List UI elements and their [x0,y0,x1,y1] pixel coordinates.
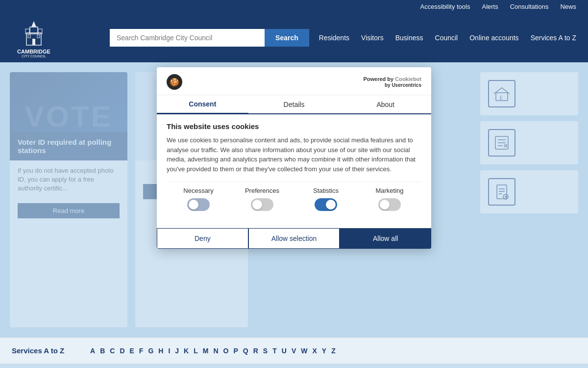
alphabet-link-t[interactable]: T [272,347,277,355]
alphabet-link-x[interactable]: X [312,347,317,355]
alphabet-link-n[interactable]: N [213,347,218,355]
alphabet-link-m[interactable]: M [203,347,209,355]
consultations-link[interactable]: Consultations [510,3,549,10]
alphabet-link-p[interactable]: P [233,347,238,355]
search-input[interactable] [110,29,265,47]
services-footer: Services A to Z ABCDEFGHIJKLMNOPQRSTUVWX… [0,337,588,364]
modal-actions: Deny Allow selection Allow all [157,228,431,249]
alphabet-link-o[interactable]: O [223,347,229,355]
toggle-necessary-label: Necessary [183,187,213,194]
toggle-preferences: Preferences [230,187,294,211]
alphabet-link-f[interactable]: F [139,347,144,355]
logo-area: CAMBRIDGE CITY COUNCIL [12,18,100,57]
tab-details[interactable]: Details [248,95,340,113]
cookie-toggles-row: Necessary Preferences Statistics [167,182,421,216]
nav-online-accounts[interactable]: Online accounts [469,34,518,42]
marketing-toggle-switch[interactable] [378,198,401,211]
accessibility-tools-link[interactable]: Accessibility tools [420,3,470,10]
cookie-icon: 🍪 [167,74,182,90]
alphabet-link-a[interactable]: A [90,347,95,355]
cambridge-logo: CAMBRIDGE CITY COUNCIL [12,18,56,57]
alphabet-link-v[interactable]: V [292,347,296,355]
search-button[interactable]: Search [265,29,309,47]
modal-title: This website uses cookies [167,122,421,131]
alphabet-link-i[interactable]: I [168,347,170,355]
alphabet-link-u[interactable]: U [282,347,287,355]
nav-council[interactable]: Council [435,34,458,42]
toggle-statistics: Statistics [294,187,358,211]
modal-tabs: Consent Details About [157,95,431,114]
alphabet-link-g[interactable]: G [148,347,153,355]
modal-header: 🍪 Powered by Cookiebot by Usercentrics [157,67,431,95]
alphabet-link-z[interactable]: Z [331,347,336,355]
marketing-toggle-knob [380,200,390,210]
alphabet-link-l[interactable]: L [194,347,198,355]
modal-description: We use cookies to personalise content an… [167,135,421,174]
alphabet-link-c[interactable]: C [110,347,115,355]
services-title: Services A to Z [12,346,75,355]
nav-services-a-to-z[interactable]: Services A to Z [531,34,576,42]
svg-rect-6 [32,39,35,45]
alphabet-link-r[interactable]: R [253,347,258,355]
allow-selection-button[interactable]: Allow selection [248,228,340,249]
toggle-necessary: Necessary [167,187,230,211]
alphabet-link-d[interactable]: D [120,347,124,355]
deny-button[interactable]: Deny [157,228,248,249]
alphabet-links: ABCDEFGHIJKLMNOPQRSTUVWXYZ [90,347,336,355]
toggle-marketing-label: Marketing [375,187,403,194]
cookiebot-logo: 🍪 [167,74,182,90]
tab-about[interactable]: About [340,95,431,113]
svg-text:CITY COUNCIL: CITY COUNCIL [22,54,46,57]
alphabet-link-w[interactable]: W [301,347,307,355]
alphabet-link-q[interactable]: Q [243,347,248,355]
main-content: VOTE Voter ID required at polling statio… [0,62,588,337]
allow-all-button[interactable]: Allow all [340,228,431,249]
cookie-consent-modal: 🍪 Powered by Cookiebot by Usercentrics C… [157,67,431,249]
necessary-toggle-switch [187,198,210,211]
toggle-preferences-label: Preferences [245,187,279,194]
preferences-toggle-knob [252,200,262,210]
search-bar: Search [110,29,309,47]
alphabet-link-j[interactable]: J [175,347,179,355]
preferences-toggle-switch[interactable] [251,198,273,211]
alphabet-link-k[interactable]: K [184,347,189,355]
news-link[interactable]: News [560,3,576,10]
toggle-statistics-label: Statistics [313,187,339,194]
modal-body: This website uses cookies We use cookies… [157,114,431,224]
site-header: CAMBRIDGE CITY COUNCIL Search Residents … [0,13,588,62]
alphabet-link-b[interactable]: B [100,347,105,355]
toggle-marketing: Marketing [358,187,421,211]
statistics-toggle-switch[interactable] [315,198,337,211]
statistics-toggle-knob [326,200,336,210]
alphabet-link-e[interactable]: E [130,347,134,355]
nav-business[interactable]: Business [395,34,423,42]
top-utility-bar: Accessibility tools Alerts Consultations… [0,0,588,13]
nav-visitors[interactable]: Visitors [361,34,384,42]
alerts-link[interactable]: Alerts [482,3,498,10]
main-nav: Residents Visitors Business Council Onli… [319,34,576,42]
alphabet-link-y[interactable]: Y [322,347,326,355]
necessary-toggle-knob [189,200,198,210]
svg-text:CAMBRIDGE: CAMBRIDGE [17,49,50,54]
alphabet-link-s[interactable]: S [263,347,268,355]
tab-consent[interactable]: Consent [157,95,248,114]
alphabet-link-h[interactable]: H [158,347,163,355]
powered-by-text: Powered by Cookiebot by Usercentrics [363,76,421,88]
nav-residents[interactable]: Residents [319,34,349,42]
